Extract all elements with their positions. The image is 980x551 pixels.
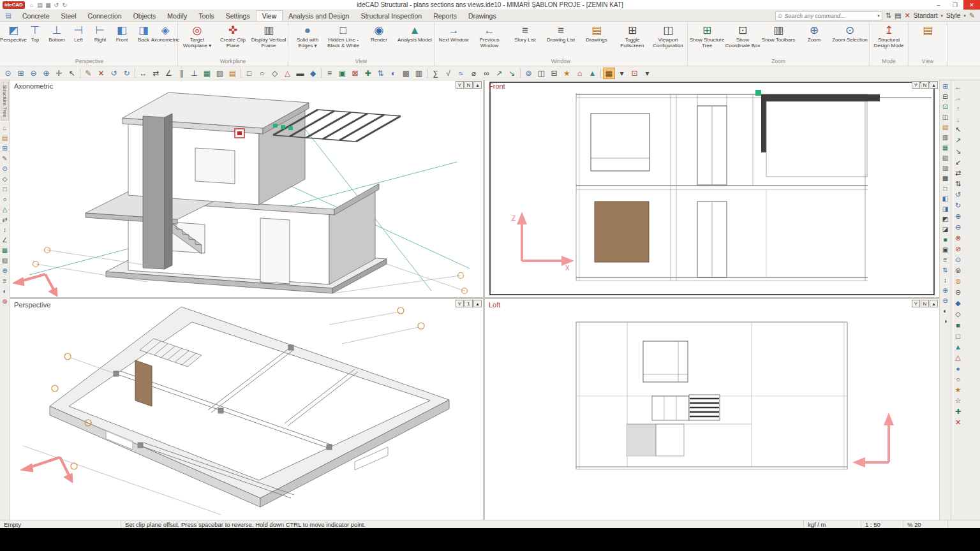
viewport-canvas-loft[interactable] xyxy=(485,299,939,520)
favorite-icon[interactable]: ★ xyxy=(953,385,964,395)
rectangle-icon[interactable]: □ xyxy=(1,184,10,195)
ribbon-button-render[interactable]: ◉Render xyxy=(361,22,397,58)
parallel-icon[interactable]: ∥ xyxy=(175,68,188,79)
viewport-control-n[interactable]: N xyxy=(921,81,929,89)
viewport-control-1[interactable]: 1 xyxy=(464,300,473,307)
leader-icon[interactable]: ↘ xyxy=(953,146,964,157)
triangle-icon[interactable]: △ xyxy=(1,205,10,215)
polygon-icon[interactable]: ◇ xyxy=(1,174,10,184)
viewport-control-y[interactable]: Y xyxy=(456,81,464,89)
tab-modify[interactable]: Modify xyxy=(161,10,193,21)
zoom-in-icon[interactable]: ⊕ xyxy=(941,285,950,295)
ribbon-button-drawings[interactable]: ▤Drawings xyxy=(579,22,614,58)
search-caret-icon[interactable]: ▾ xyxy=(877,13,880,18)
select-icon[interactable]: ↖ xyxy=(66,68,78,79)
collapse-icon[interactable]: ⊟ xyxy=(941,91,950,101)
ribbon-button-viewport-configuration[interactable]: ◫Viewport Configuration xyxy=(650,22,686,58)
viewport-control-icon[interactable]: ▴ xyxy=(473,300,482,307)
zoom-icon[interactable]: ⊙ xyxy=(953,254,964,265)
ribbon-button-create-clip-plane[interactable]: ✜Create Clip Plane xyxy=(215,22,251,58)
node-icon[interactable]: ◆ xyxy=(953,298,964,309)
viewport-control-icon[interactable]: ▴ xyxy=(930,300,938,307)
grid-icon[interactable]: ▦ xyxy=(1,246,10,256)
dimension-icon[interactable]: ↗ xyxy=(953,135,964,146)
viewport-control-y[interactable]: Y xyxy=(912,81,920,89)
ribbon-button-story-list[interactable]: ≡Story List xyxy=(507,22,543,58)
erase-icon[interactable]: ✕ xyxy=(95,68,107,79)
ribbon-button-show-structure-tree[interactable]: ⊞Show Structure Tree xyxy=(689,22,725,58)
dot-icon[interactable]: ● xyxy=(953,363,964,374)
stretch-icon[interactable]: ↕ xyxy=(1,225,10,235)
mesh-icon[interactable]: ▩ xyxy=(400,68,412,79)
tab-objects[interactable]: Objects xyxy=(128,10,162,21)
ribbon-button-bottom[interactable]: ⊥Bottom xyxy=(46,22,68,58)
status-scale[interactable]: 1 : 50 xyxy=(861,520,903,528)
ribbon-button-right[interactable]: ⊢Right xyxy=(89,22,111,58)
structure-tree-tab[interactable]: Structure Tree xyxy=(1,82,9,121)
mirror-icon[interactable]: ⇄ xyxy=(1,215,10,225)
list-icon[interactable]: ≡ xyxy=(1,276,10,286)
hatch-icon[interactable]: ▧ xyxy=(1,256,10,266)
triangle-icon[interactable]: △ xyxy=(281,68,293,79)
add-icon[interactable]: ✚ xyxy=(953,406,964,417)
polygon-icon[interactable]: ◇ xyxy=(953,309,964,320)
mirror-icon[interactable]: ⇄ xyxy=(150,68,162,79)
maximize-button[interactable]: ❐ xyxy=(947,0,963,10)
zoom-in-icon[interactable]: ⊕ xyxy=(40,68,52,79)
layers-icon[interactable]: ▤ xyxy=(1,133,10,143)
viewport-axonometric[interactable]: Axonometric YN▴ xyxy=(10,80,483,297)
zoom-out-icon[interactable]: ⊖ xyxy=(941,295,950,305)
ribbon-button-top[interactable]: ⊤Top xyxy=(24,22,46,58)
layer-state-icon[interactable]: ▤ xyxy=(895,11,901,20)
redo-icon[interactable]: ↻ xyxy=(61,2,69,8)
ribbon-button-toggle-fullscreen[interactable]: ⊞Toggle Fullscreen xyxy=(614,22,650,58)
file-menu-icon[interactable]: ▤ xyxy=(0,10,17,21)
circle-icon[interactable]: ○ xyxy=(1,195,10,205)
solid-fill-icon[interactable]: ■ xyxy=(941,234,950,244)
redo-icon[interactable]: ↻ xyxy=(953,200,964,211)
tab-settings[interactable]: Settings xyxy=(220,10,256,21)
chain-icon[interactable]: ∞ xyxy=(480,68,493,79)
ribbon-button-zoom-selection[interactable]: ⊙Zoom Selection xyxy=(832,22,868,58)
home-icon[interactable]: ⌂ xyxy=(27,2,36,8)
search-input[interactable] xyxy=(784,13,875,19)
style-value[interactable]: Standart xyxy=(914,12,938,19)
hatch-c-icon[interactable]: ▩ xyxy=(941,173,950,183)
viewport-control-n[interactable]: N xyxy=(464,81,473,89)
minus-icon[interactable]: ⊝ xyxy=(953,287,964,298)
beam-icon[interactable]: ▬ xyxy=(294,68,306,79)
perpendicular-icon[interactable]: ⊥ xyxy=(188,68,200,79)
target-icon[interactable]: ⊚ xyxy=(953,265,964,276)
target-icon[interactable]: ⊚ xyxy=(523,68,535,79)
ribbon-button-left[interactable]: ⊣Left xyxy=(68,22,89,58)
list-icon[interactable]: ≡ xyxy=(941,254,950,265)
triangle-icon[interactable]: △ xyxy=(953,352,964,363)
outline-icon[interactable]: □ xyxy=(953,330,964,341)
half-right-icon[interactable]: ◨ xyxy=(941,203,950,214)
circle-icon[interactable]: ○ xyxy=(256,68,268,79)
rotate-icon[interactable]: ∠ xyxy=(1,235,10,246)
tile-windows-icon[interactable]: ⊞ xyxy=(941,81,950,91)
style-caret-icon[interactable]: ▾ xyxy=(963,13,966,18)
home-icon[interactable]: ⌂ xyxy=(1,123,10,133)
paint-style-icon[interactable]: ✎ xyxy=(969,11,975,20)
check-icon[interactable]: √ xyxy=(442,68,454,79)
style-value-caret-icon[interactable]: ▾ xyxy=(941,13,944,18)
solid-icon[interactable]: ■ xyxy=(953,320,964,330)
target-icon[interactable]: ⊚ xyxy=(1,297,10,307)
stretch-icon[interactable]: ↕ xyxy=(941,275,950,285)
add-icon[interactable]: ✚ xyxy=(362,68,374,79)
north-icon[interactable]: ▲ xyxy=(586,68,598,79)
forbid-icon[interactable]: ⊘ xyxy=(953,244,964,254)
tab-reports[interactable]: Reports xyxy=(427,10,463,21)
ribbon-button-perspective[interactable]: ◩Perspective xyxy=(3,22,24,58)
ribbon-button-zoom[interactable]: ⊕Zoom xyxy=(796,22,832,58)
save-icon[interactable]: ▦ xyxy=(44,2,52,8)
viewport-control-icon[interactable]: ▴ xyxy=(473,81,482,89)
status-units[interactable]: kgf / m xyxy=(804,520,861,528)
zoom-in-icon[interactable]: ⊕ xyxy=(953,211,964,222)
favorite-icon[interactable]: ★ xyxy=(561,68,573,79)
ribbon-button-display-vertical-frame[interactable]: ▥Display Vertical Frame xyxy=(251,22,286,58)
corner-a-icon[interactable]: ◩ xyxy=(941,214,950,224)
zoom-window-icon[interactable]: ⊞ xyxy=(15,68,27,79)
